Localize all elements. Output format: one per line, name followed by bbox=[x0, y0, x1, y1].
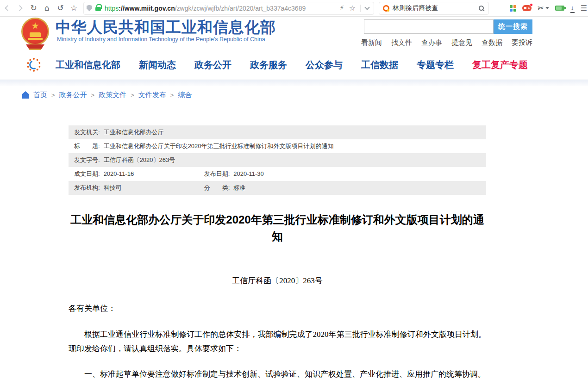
breadcrumb-policy-docs[interactable]: 政策文件 bbox=[99, 91, 126, 99]
quick-link-news[interactable]: 看新闻 bbox=[361, 38, 382, 47]
browser-search-query[interactable]: 林则徐后裔被查 bbox=[393, 4, 479, 12]
meta-label: 发布日期: bbox=[204, 170, 230, 177]
meta-row-issuing-office: 发文机关:工业和信息化部办公厅 bbox=[69, 125, 486, 139]
screenshot-tool[interactable]: ✂ bbox=[538, 4, 549, 12]
meta-row-doc-number: 发文字号:工信厅科函〔2020〕263号 bbox=[69, 153, 486, 167]
lightning-icon[interactable]: ⚡ bbox=[339, 5, 344, 12]
browser-toolbar: ↻ ⌂ ↺ ☆ https://www.miit.gov.cn/zwgk/zcw… bbox=[0, 0, 588, 17]
header-divider-band bbox=[0, 80, 588, 86]
games-icon[interactable] bbox=[522, 5, 532, 11]
meta-label: 标 题: bbox=[74, 143, 100, 149]
search-engine-icon bbox=[383, 5, 389, 12]
chevron-down-icon[interactable] bbox=[364, 5, 369, 10]
divider bbox=[360, 5, 361, 12]
shield-icon[interactable] bbox=[87, 5, 92, 12]
meta-value: 工业和信息化部办公厅关于印发2020年第三批行业标准制修订和外文版项目计划的通知 bbox=[104, 143, 334, 149]
breadcrumb-doc-release[interactable]: 文件发布 bbox=[138, 91, 166, 99]
site-search-input[interactable] bbox=[364, 19, 494, 34]
site-search-button[interactable]: 统一搜索 bbox=[494, 19, 532, 34]
site-title-english: Ministry of Industry and Information Tec… bbox=[57, 36, 265, 43]
meta-value: 2020-11-16 bbox=[104, 170, 134, 177]
breadcrumb-separator: > bbox=[51, 92, 55, 99]
nav-item-public[interactable]: 公众参与 bbox=[306, 59, 343, 71]
download-icon[interactable]: ↓ bbox=[570, 4, 575, 13]
meta-row-publisher: 发布机构:科技司 分 类:标准 bbox=[69, 181, 486, 195]
refresh-button[interactable]: ↻ bbox=[27, 0, 40, 17]
quick-link-documents[interactable]: 找文件 bbox=[391, 38, 412, 47]
toolbar-extensions: ✂ ↓ ☰ bbox=[489, 4, 588, 13]
nav-items: 工业和信息化部 新闻动态 政务公开 政务服务 公众参与 工信数据 专题专栏 复工… bbox=[56, 59, 528, 71]
national-emblem bbox=[19, 18, 51, 51]
chevron-right-icon bbox=[17, 5, 23, 11]
quick-links: 看新闻 找文件 查办事 提意见 查数据 要投诉 bbox=[361, 38, 532, 47]
nav-item-data[interactable]: 工信数据 bbox=[361, 59, 398, 71]
paragraph-2: 一、标准起草单位要注意做好标准制定与技术创新、试验验证、知识产权处置、产业化推进… bbox=[69, 367, 486, 379]
nav-item-resume-work[interactable]: 复工复产专题 bbox=[472, 59, 528, 71]
chevron-left-icon bbox=[5, 5, 11, 11]
url-path: /zwgk/zcwj/wjfb/zh/art/2020/art_b337a4c3… bbox=[175, 5, 306, 12]
breadcrumb-general[interactable]: 综合 bbox=[178, 91, 192, 99]
browser-search-box[interactable]: 林则徐后裔被查 bbox=[379, 2, 489, 15]
breadcrumb-separator: > bbox=[131, 92, 134, 99]
quick-link-services[interactable]: 查办事 bbox=[421, 38, 442, 47]
url-scheme: https bbox=[105, 5, 119, 12]
search-icon[interactable] bbox=[479, 6, 484, 11]
salutation: 各有关单位： bbox=[69, 303, 486, 314]
url-host: ://www.miit.gov.cn bbox=[119, 5, 175, 12]
menu-icon[interactable]: ☰ bbox=[581, 4, 587, 12]
site-title[interactable]: 中华人民共和国工业和信息化部 bbox=[56, 17, 276, 38]
breadcrumb-separator: > bbox=[170, 92, 174, 99]
meta-value: 工业和信息化部办公厅 bbox=[104, 129, 164, 136]
quick-link-complaint[interactable]: 要投诉 bbox=[512, 38, 532, 47]
nav-item-topics[interactable]: 专题专栏 bbox=[417, 59, 454, 71]
quick-link-feedback[interactable]: 提意见 bbox=[451, 38, 472, 47]
quick-link-data[interactable]: 查数据 bbox=[482, 38, 502, 47]
meta-row-title: 标 题:工业和信息化部办公厅关于印发2020年第三批行业标准制修订和外文版项目计… bbox=[69, 139, 486, 153]
meta-label: 分 类: bbox=[204, 184, 230, 191]
meta-label: 发布机构: bbox=[74, 184, 100, 191]
meta-label: 发文机关: bbox=[74, 129, 100, 136]
document-number: 工信厅科函〔2020〕263号 bbox=[69, 276, 486, 286]
bookmark-star-icon[interactable]: ☆ bbox=[349, 4, 356, 12]
address-bar[interactable]: https://www.miit.gov.cn/zwgk/zcwj/wjfb/z… bbox=[83, 2, 374, 15]
nav-item-gov-service[interactable]: 政务服务 bbox=[250, 59, 287, 71]
breadcrumb: 首页 > 政务公开 > 政策文件 > 文件发布 > 综合 bbox=[22, 91, 192, 99]
breadcrumb-separator: > bbox=[91, 92, 95, 99]
paragraph-1: 根据工业通信业行业标准制修订工作的总体安排，我部编制完成了2020年第三批行业标… bbox=[69, 327, 486, 356]
nav-item-news[interactable]: 新闻动态 bbox=[139, 59, 176, 71]
refresh-icon: ↻ bbox=[30, 4, 37, 12]
lock-icon bbox=[95, 7, 101, 11]
home-breadcrumb-icon[interactable] bbox=[22, 94, 29, 99]
meta-value: 工信厅科函〔2020〕263号 bbox=[104, 156, 175, 163]
site-header: 中华人民共和国工业和信息化部 Ministry of Industry and … bbox=[0, 17, 588, 54]
forward-button[interactable] bbox=[13, 0, 27, 17]
scissors-icon: ✂ bbox=[538, 4, 544, 12]
meta-value: 科技司 bbox=[104, 184, 122, 191]
nav-item-miit[interactable]: 工业和信息化部 bbox=[56, 59, 120, 71]
home-icon: ⌂ bbox=[44, 4, 50, 12]
meta-value: 标准 bbox=[233, 184, 245, 191]
battery-icon[interactable] bbox=[555, 6, 564, 11]
apps-grid-icon[interactable] bbox=[510, 5, 516, 12]
miit-logo-icon bbox=[27, 58, 41, 72]
meta-row-dates: 成文日期:2020-11-16 发布日期:2020-11-30 bbox=[69, 167, 486, 181]
caret-down-icon bbox=[545, 7, 549, 9]
home-button[interactable]: ⌂ bbox=[40, 0, 54, 17]
main-nav: 工业和信息化部 新闻动态 政务公开 政务服务 公众参与 工信数据 专题专栏 复工… bbox=[0, 54, 588, 76]
breadcrumb-home[interactable]: 首页 bbox=[33, 91, 47, 99]
article: 发文机关:工业和信息化部办公厅 标 题:工业和信息化部办公厅关于印发2020年第… bbox=[69, 125, 486, 379]
restore-tab-button[interactable]: ↺ bbox=[54, 0, 67, 17]
star-icon: ☆ bbox=[70, 4, 77, 12]
article-title: 工业和信息化部办公厅关于印发2020年第三批行业标准制修订和外文版项目计划的通知 bbox=[69, 211, 486, 245]
breadcrumb-gov-info[interactable]: 政务公开 bbox=[59, 91, 87, 99]
notification-dot bbox=[530, 3, 533, 6]
browser-window: ↻ ⌂ ↺ ☆ https://www.miit.gov.cn/zwgk/zcw… bbox=[0, 0, 588, 379]
nav-item-gov-info[interactable]: 政务公开 bbox=[194, 59, 231, 71]
meta-label: 成文日期: bbox=[74, 170, 100, 177]
back-button[interactable] bbox=[0, 0, 13, 17]
document-meta-table: 发文机关:工业和信息化部办公厅 标 题:工业和信息化部办公厅关于印发2020年第… bbox=[69, 125, 486, 195]
url-text[interactable]: https://www.miit.gov.cn/zwgk/zcwj/wjfb/z… bbox=[105, 5, 337, 12]
meta-value: 2020-11-30 bbox=[233, 170, 264, 177]
undo-icon: ↺ bbox=[57, 4, 63, 12]
favorites-button[interactable]: ☆ bbox=[67, 0, 81, 17]
